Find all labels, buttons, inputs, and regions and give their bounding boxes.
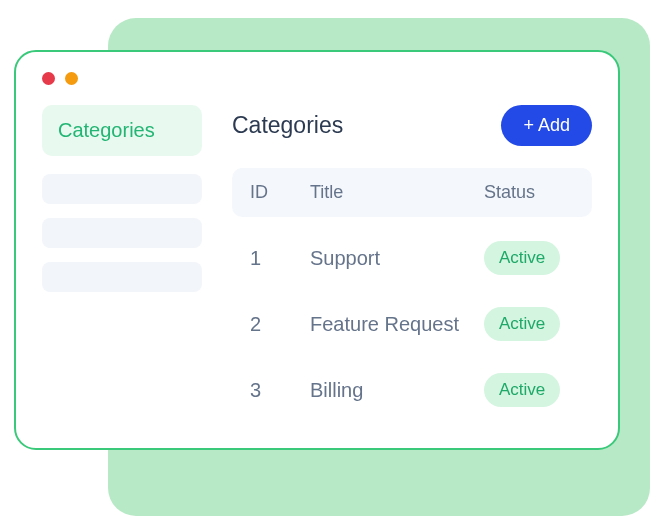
- page-header: Categories + Add: [232, 105, 592, 146]
- table-row[interactable]: 3 Billing Active: [232, 357, 592, 423]
- cell-status: Active: [484, 307, 574, 341]
- status-badge: Active: [484, 307, 560, 341]
- minimize-window-icon[interactable]: [65, 72, 78, 85]
- page-title: Categories: [232, 112, 343, 139]
- table-row[interactable]: 1 Support Active: [232, 225, 592, 291]
- sidebar-item-placeholder[interactable]: [42, 174, 202, 204]
- cell-title: Billing: [310, 379, 484, 402]
- add-button[interactable]: + Add: [501, 105, 592, 146]
- app-window: Categories Categories + Add ID Title Sta…: [14, 50, 620, 450]
- table-row[interactable]: 2 Feature Request Active: [232, 291, 592, 357]
- cell-title: Support: [310, 247, 484, 270]
- cell-id: 1: [250, 247, 310, 270]
- main-content: Categories + Add ID Title Status 1 Suppo…: [232, 105, 592, 423]
- categories-table: ID Title Status 1 Support Active 2 Featu…: [232, 168, 592, 423]
- status-badge: Active: [484, 373, 560, 407]
- sidebar: Categories: [42, 105, 202, 423]
- column-header-id: ID: [250, 182, 310, 203]
- sidebar-item-placeholder[interactable]: [42, 262, 202, 292]
- window-controls: [42, 72, 592, 85]
- table-header-row: ID Title Status: [232, 168, 592, 217]
- sidebar-item-categories[interactable]: Categories: [42, 105, 202, 156]
- column-header-title: Title: [310, 182, 484, 203]
- cell-status: Active: [484, 241, 574, 275]
- status-badge: Active: [484, 241, 560, 275]
- cell-status: Active: [484, 373, 574, 407]
- column-header-status: Status: [484, 182, 574, 203]
- sidebar-item-label: Categories: [58, 119, 155, 141]
- sidebar-item-placeholder[interactable]: [42, 218, 202, 248]
- close-window-icon[interactable]: [42, 72, 55, 85]
- cell-title: Feature Request: [310, 313, 484, 336]
- cell-id: 2: [250, 313, 310, 336]
- cell-id: 3: [250, 379, 310, 402]
